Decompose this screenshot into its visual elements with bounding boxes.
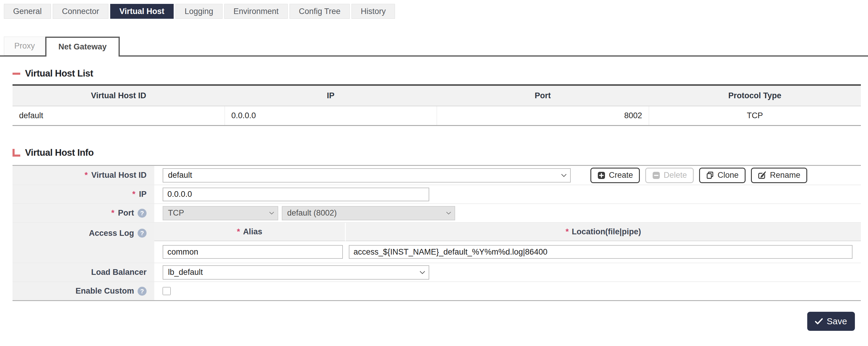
tab-logging[interactable]: Logging	[176, 4, 222, 19]
required-marker: *	[85, 170, 88, 180]
row-enable-custom: Enable Custom ?	[12, 281, 861, 300]
required-marker: *	[132, 190, 135, 199]
tab-general[interactable]: General	[4, 4, 51, 19]
required-marker: *	[566, 227, 569, 237]
virtual-host-id-select[interactable]: default	[163, 168, 571, 183]
cell-virtual-host-id[interactable]: default	[12, 106, 225, 126]
tab-virtual-host[interactable]: Virtual Host	[110, 4, 174, 19]
chevron-down-icon	[561, 174, 566, 177]
access-log-location-input[interactable]	[349, 245, 852, 259]
access-log-subtable: * Alias * Location(file|pipe)	[154, 223, 861, 263]
chevron-down-icon	[420, 271, 425, 274]
load-balancer-label: Load Balancer	[12, 263, 154, 281]
column-header-port: Port	[437, 85, 649, 106]
load-balancer-value: lb_default	[168, 268, 203, 277]
save-row: Save	[0, 312, 855, 331]
sub-tabbar: Proxy Net Gateway	[0, 37, 868, 57]
clone-button[interactable]: Clone	[699, 168, 746, 183]
port-listener-value: default (8002)	[287, 209, 337, 218]
cell-ip[interactable]: 0.0.0.0	[225, 106, 437, 126]
main-tabbar: General Connector Virtual Host Logging E…	[4, 4, 868, 19]
required-marker: *	[237, 227, 240, 237]
virtual-host-list-title: Virtual Host List	[25, 68, 93, 79]
port-protocol-select[interactable]: TCP	[163, 206, 278, 220]
check-icon	[815, 318, 823, 324]
port-help-icon[interactable]: ?	[137, 209, 147, 218]
ip-input[interactable]	[163, 188, 429, 201]
virtual-host-info-header: Virtual Host Info	[12, 147, 868, 158]
row-virtual-host-id: * Virtual Host ID default Create Delete	[12, 166, 861, 185]
tab-environment[interactable]: Environment	[224, 4, 288, 19]
plus-square-icon	[597, 171, 606, 180]
column-header-protocol-type: Protocol Type	[649, 85, 861, 106]
subtab-net-gateway[interactable]: Net Gateway	[45, 37, 120, 57]
row-load-balancer: Load Balancer lb_default	[12, 263, 861, 281]
chevron-down-icon	[269, 212, 274, 215]
virtual-host-info-title: Virtual Host Info	[25, 147, 94, 158]
rename-button[interactable]: Rename	[751, 168, 807, 183]
enable-custom-label: Enable Custom ?	[12, 282, 154, 300]
tab-history[interactable]: History	[351, 4, 395, 19]
location-column-header: * Location(file|pipe)	[346, 223, 861, 241]
chevron-down-icon	[446, 212, 451, 215]
subtab-proxy[interactable]: Proxy	[4, 37, 45, 55]
cell-protocol-type[interactable]: TCP	[649, 106, 861, 126]
table-row[interactable]: default 0.0.0.0 8002 TCP	[12, 106, 861, 126]
access-log-help-icon[interactable]: ?	[137, 229, 147, 238]
save-button[interactable]: Save	[807, 312, 855, 331]
minus-square-icon	[652, 171, 660, 180]
virtual-host-actions: Create Delete Clone Rename	[590, 168, 807, 183]
load-balancer-select[interactable]: lb_default	[163, 265, 429, 280]
row-access-log: Access Log ? * Alias * Location(file|pip…	[12, 222, 861, 263]
table-header-row: Virtual Host ID IP Port Protocol Type	[12, 85, 861, 106]
section-corner-icon	[12, 149, 20, 157]
row-ip: * IP	[12, 185, 861, 203]
section-dash-icon	[12, 70, 20, 77]
enable-custom-help-icon[interactable]: ?	[137, 287, 147, 296]
port-listener-select[interactable]: default (8002)	[282, 206, 455, 220]
enable-custom-checkbox[interactable]	[163, 287, 171, 295]
create-button[interactable]: Create	[590, 168, 640, 183]
delete-button[interactable]: Delete	[645, 168, 694, 183]
row-port: * Port ? TCP default (8002)	[12, 203, 861, 222]
port-protocol-value: TCP	[168, 209, 184, 218]
tab-connector[interactable]: Connector	[53, 4, 108, 19]
tab-config-tree[interactable]: Config Tree	[289, 4, 350, 19]
copy-icon	[706, 171, 714, 180]
port-label: * Port ?	[12, 204, 154, 222]
column-header-ip: IP	[225, 85, 437, 106]
access-log-alias-input[interactable]	[163, 245, 343, 259]
virtual-host-list-header: Virtual Host List	[12, 68, 868, 79]
column-header-virtual-host-id: Virtual Host ID	[12, 85, 225, 106]
ip-label: * IP	[12, 185, 154, 203]
virtual-host-list-table: Virtual Host ID IP Port Protocol Type de…	[12, 84, 861, 126]
virtual-host-id-select-value: default	[168, 170, 192, 180]
virtual-host-info-form: * Virtual Host ID default Create Delete	[12, 165, 861, 301]
access-log-label: Access Log ?	[12, 223, 154, 263]
edit-icon	[758, 171, 767, 180]
cell-port[interactable]: 8002	[437, 106, 649, 126]
alias-column-header: * Alias	[154, 223, 346, 241]
required-marker: *	[111, 209, 114, 218]
virtual-host-id-label: * Virtual Host ID	[12, 166, 154, 185]
